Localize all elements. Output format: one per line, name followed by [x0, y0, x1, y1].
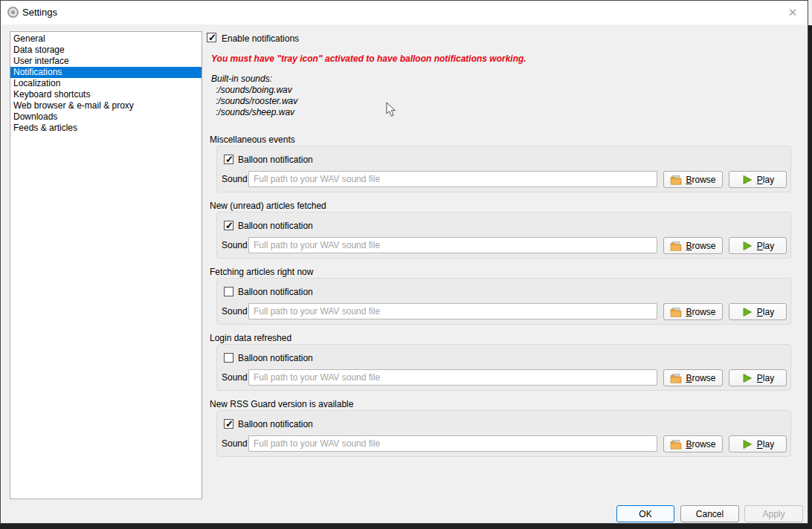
sidebar-item-user-interface[interactable]: User interface — [10, 56, 202, 67]
balloon-notification-label: Balloon notification — [238, 419, 313, 429]
browse-button[interactable]: Browse — [663, 369, 723, 386]
section-title: Fetching articles right now — [210, 267, 792, 277]
sidebar-item-general[interactable]: General — [10, 33, 202, 45]
balloon-notification-checkbox[interactable] — [224, 419, 233, 429]
sound-label: Sound — [222, 438, 248, 449]
section-new-articles-fetched: New (unread) articles fetched Balloon no… — [210, 201, 792, 259]
notification-groupbox: Balloon notification Sound Browse Play — [216, 278, 791, 325]
background-patch — [808, 0, 812, 25]
play-button[interactable]: Play — [729, 435, 787, 452]
tray-icon-warning: You must have "tray icon" activated to h… — [211, 53, 526, 64]
play-button[interactable]: Play — [729, 171, 787, 188]
sound-label: Sound — [222, 240, 248, 250]
balloon-notification-label: Balloon notification — [238, 155, 313, 165]
folder-icon — [670, 174, 682, 186]
play-button[interactable]: Play — [729, 369, 787, 386]
cancel-button[interactable]: Cancel — [680, 505, 739, 522]
balloon-notification-label: Balloon notification — [238, 221, 313, 231]
close-icon[interactable]: ✕ — [783, 4, 802, 22]
notification-groupbox: Balloon notification Sound Browse Play — [216, 212, 791, 259]
section-miscellaneous-events: Miscellaneous events Balloon notificatio… — [210, 134, 792, 193]
balloon-notification-label: Balloon notification — [238, 287, 313, 297]
sidebar-item-keyboard-shortcuts[interactable]: Keyboard shortcuts — [10, 89, 202, 100]
titlebar: Settings ✕ — [1, 1, 808, 25]
settings-category-list: General Data storage User interface Noti… — [10, 31, 202, 499]
built-in-sounds-info: Built-in sounds: :/sounds/boing.wav :/so… — [211, 74, 297, 118]
sound-path-input[interactable] — [248, 237, 657, 253]
sound-path-input[interactable] — [248, 435, 657, 452]
play-button[interactable]: Play — [729, 303, 787, 320]
browse-button[interactable]: Browse — [663, 303, 723, 320]
play-icon — [741, 306, 753, 318]
balloon-notification-checkbox[interactable] — [224, 155, 233, 164]
play-icon — [741, 438, 753, 450]
folder-icon — [670, 372, 682, 384]
sound-path-input[interactable] — [248, 171, 657, 187]
sound-path-input[interactable] — [248, 369, 657, 386]
folder-icon — [670, 240, 682, 252]
section-new-version-available: New RSS Guard version is available Ballo… — [210, 399, 792, 458]
mouse-cursor — [386, 102, 396, 117]
sidebar-item-downloads[interactable]: Downloads — [10, 111, 202, 123]
built-in-sounds-title: Built-in sounds: — [211, 74, 297, 85]
play-button[interactable]: Play — [729, 237, 787, 254]
enable-notifications-checkbox[interactable] — [207, 33, 216, 42]
sound-label: Sound — [222, 372, 248, 383]
sidebar-item-web-browser-proxy[interactable]: Web browser & e-mail & proxy — [10, 100, 202, 111]
balloon-notification-checkbox[interactable] — [224, 221, 233, 230]
folder-icon — [670, 306, 682, 318]
play-icon — [741, 240, 753, 252]
built-in-sound-path: :/sounds/boing.wav — [211, 85, 297, 96]
ok-button[interactable]: OK — [616, 505, 674, 522]
browse-button[interactable]: Browse — [663, 237, 723, 254]
settings-gear-icon — [7, 7, 19, 18]
built-in-sound-path: :/sounds/sheep.wav — [211, 107, 297, 118]
settings-dialog: Settings ✕ General Data storage User int… — [0, 0, 808, 524]
section-title: Login data refreshed — [210, 333, 792, 343]
section-login-data-refreshed: Login data refreshed Balloon notificatio… — [210, 333, 792, 392]
sidebar-item-localization[interactable]: Localization — [10, 78, 202, 89]
notification-groupbox: Balloon notification Sound Browse Play — [216, 344, 791, 391]
sound-label: Sound — [222, 306, 248, 317]
section-title: New RSS Guard version is available — [210, 399, 792, 409]
sidebar-item-feeds-articles[interactable]: Feeds & articles — [10, 123, 202, 134]
browse-button[interactable]: Browse — [663, 435, 723, 452]
balloon-notification-checkbox[interactable] — [224, 353, 233, 363]
browse-button[interactable]: Browse — [663, 171, 723, 188]
enable-notifications-label: Enable notifications — [222, 33, 299, 44]
built-in-sound-path: :/sounds/rooster.wav — [211, 96, 297, 107]
section-title: New (unread) articles fetched — [210, 201, 792, 211]
notification-groupbox: Balloon notification Sound Browse Play — [216, 410, 791, 457]
play-icon — [741, 372, 753, 384]
sidebar-item-notifications[interactable]: Notifications — [10, 67, 202, 78]
section-fetching-articles: Fetching articles right now Balloon noti… — [210, 267, 792, 325]
play-icon — [741, 174, 753, 186]
balloon-notification-checkbox[interactable] — [224, 287, 233, 296]
section-title: Miscellaneous events — [210, 134, 792, 145]
sound-label: Sound — [222, 174, 248, 184]
window-title: Settings — [22, 7, 57, 18]
apply-button[interactable]: Apply — [744, 505, 803, 522]
balloon-notification-label: Balloon notification — [238, 353, 313, 363]
sidebar-item-data-storage[interactable]: Data storage — [10, 45, 202, 56]
folder-icon — [670, 438, 682, 450]
notification-groupbox: Balloon notification Sound Browse Play — [216, 146, 791, 192]
sound-path-input[interactable] — [248, 303, 657, 319]
